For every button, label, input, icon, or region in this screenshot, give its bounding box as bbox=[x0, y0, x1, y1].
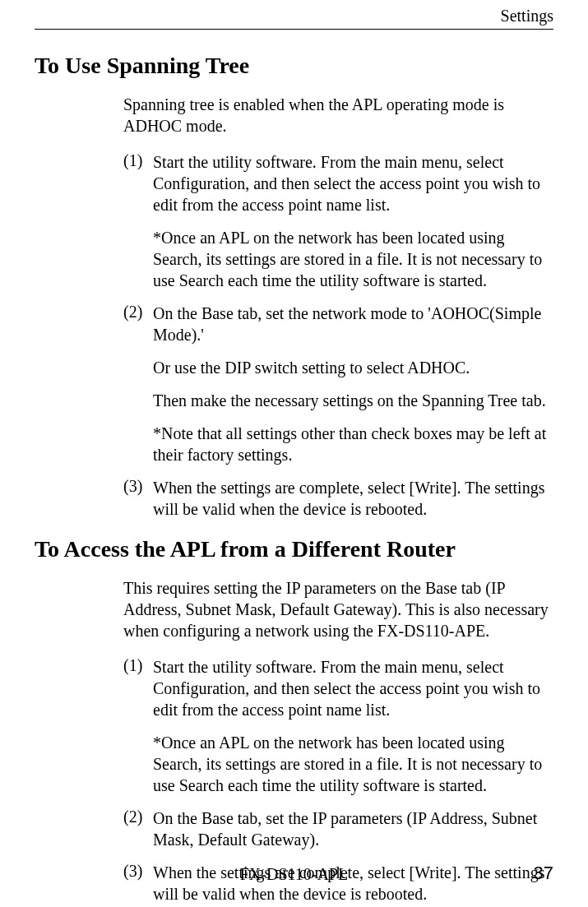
list-item: (2) On the Base tab, set the network mod… bbox=[123, 303, 553, 465]
item-para: When the settings are complete, select [… bbox=[153, 477, 553, 520]
item-para: Start the utility software. From the mai… bbox=[153, 656, 553, 720]
header-section-label: Settings bbox=[35, 0, 553, 29]
item-para: *Note that all settings other than check… bbox=[153, 423, 553, 465]
item-number: (1) bbox=[123, 656, 153, 796]
page-number: 37 bbox=[534, 863, 553, 884]
item-number: (2) bbox=[123, 808, 153, 850]
section-heading-1: To Use Spanning Tree bbox=[35, 53, 553, 79]
item-para: *Once an APL on the network has been loc… bbox=[153, 227, 553, 291]
section-intro-2: This requires setting the IP parameters … bbox=[123, 577, 553, 641]
item-body: Start the utility software. From the mai… bbox=[153, 151, 553, 291]
list-item: (1) Start the utility software. From the… bbox=[123, 151, 553, 291]
footer-model-label: FX-DS110-APL bbox=[240, 865, 349, 884]
item-para: On the Base tab, set the IP parameters (… bbox=[153, 808, 553, 850]
footer: FX-DS110-APL bbox=[35, 865, 553, 884]
item-para: Start the utility software. From the mai… bbox=[153, 151, 553, 215]
item-body: When the settings are complete, select [… bbox=[153, 477, 553, 520]
item-number: (1) bbox=[123, 151, 153, 291]
item-para: Or use the DIP switch setting to select … bbox=[153, 357, 553, 378]
list-item: (3) When the settings are complete, sele… bbox=[123, 477, 553, 520]
item-number: (3) bbox=[123, 477, 153, 520]
section-heading-2: To Access the APL from a Different Route… bbox=[35, 536, 553, 562]
section-intro-1: Spanning tree is enabled when the APL op… bbox=[123, 94, 553, 137]
item-body: On the Base tab, set the IP parameters (… bbox=[153, 808, 553, 850]
item-body: Start the utility software. From the mai… bbox=[153, 656, 553, 796]
list-item: (2) On the Base tab, set the IP paramete… bbox=[123, 808, 553, 850]
item-para: Then make the necessary settings on the … bbox=[153, 390, 553, 411]
item-body: On the Base tab, set the network mode to… bbox=[153, 303, 553, 465]
header-divider bbox=[35, 29, 553, 30]
item-para: *Once an APL on the network has been loc… bbox=[153, 732, 553, 796]
list-item: (1) Start the utility software. From the… bbox=[123, 656, 553, 796]
item-para: On the Base tab, set the network mode to… bbox=[153, 303, 553, 345]
item-number: (2) bbox=[123, 303, 153, 465]
